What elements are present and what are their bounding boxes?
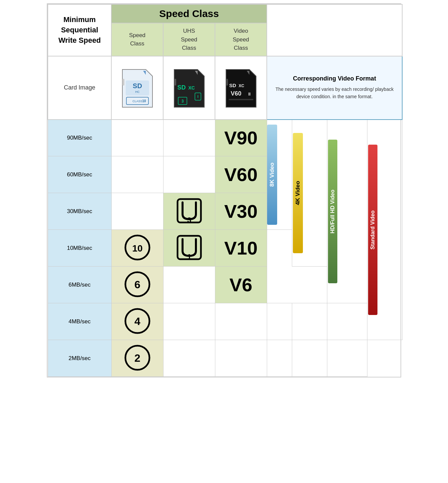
sc-c2-cell: 2 [111,340,163,377]
video-speed-class-sub: VideoSpeedClass [215,23,267,56]
sc-c4-cell: 4 [111,303,163,340]
svg-text:2: 2 [134,352,140,364]
u3-symbol-svg: 3 [176,197,203,224]
svg-rect-17 [226,79,228,86]
v30-symbol: V30 [224,201,258,222]
vsc-v10: V10 [215,230,267,267]
header-row-1: MinimumSequentialWrite Speed Speed Class [48,4,402,23]
hd-video-text: HD/Full HD Video [330,189,336,233]
uhs-speed-class-sub: UHSSpeedClass [163,23,215,56]
video-format-desc: The necessary speed varies by each recor… [272,86,397,101]
speed-6-label: 6MB/sec [69,282,91,288]
speed-90-label: 90MB/sec [67,135,92,141]
speed-90: 90MB/sec [48,120,111,156]
svg-text:3: 3 [187,216,191,224]
video-speed-class-sub-label: VideoSpeedClass [233,28,249,51]
video-format-cell: Corresponding Video Format The necessary… [267,56,402,120]
svg-text:I: I [197,95,198,99]
speed-2: 2MB/sec [48,340,111,377]
c2-symbol-svg: 2 [124,344,151,371]
uhs-60-empty [163,156,215,193]
col7-4mb [327,303,367,340]
svg-rect-22 [229,99,253,100]
sc-90-empty [111,120,163,156]
8k-video-text: 8K Video [269,163,275,187]
uhs-speed-class-sub-label: UHSSpeedClass [181,28,197,51]
video-format-box: Corresponding Video Format The necessary… [272,75,397,101]
min-write-header: MinimumSequentialWrite Speed [48,4,111,56]
sc-30-empty [111,193,163,230]
vsc-2-empty [215,340,267,377]
col5-2mb [267,340,292,377]
speed-class-sub-label: SpeedClass [129,32,145,47]
8k-video-label: 8K Video [267,125,277,225]
speed-30-label: 30MB/sec [67,208,92,214]
row-4mb: 4MB/sec 4 [48,303,402,340]
u1-symbol-svg: 1 [176,234,203,261]
hd-video-cell: HD/Full HD Video [327,120,367,303]
speed-10-label: 10MB/sec [67,245,92,251]
uhs-4-empty [163,303,215,340]
c6-symbol-svg: 6 [124,271,151,298]
col5-4mb [267,303,292,340]
card-image-label-cell: Card Image [48,56,111,120]
std-video-text: Standard Video [370,210,376,249]
c10-symbol-svg: 10 [124,234,151,261]
video-format-title: Corresponding Video Format [272,75,397,82]
4k-video-cell: 4K Video [292,120,327,267]
svg-text:XC: XC [238,84,244,88]
svg-text:XC: XC [188,85,195,91]
uhs-6-empty [163,267,215,303]
v60-symbol: V60 [224,164,258,185]
svg-text:3: 3 [181,99,184,104]
vsc-v60: V60 [215,156,267,193]
speed-4: 4MB/sec [48,303,111,340]
svg-text:SD: SD [177,84,186,91]
speed-60-label: 60MB/sec [67,171,92,178]
sdxc-i-card-cell: SD XC I 3 [163,56,215,120]
min-write-label: MinimumSequentialWrite Speed [59,15,101,44]
4k-video-label: 4K Video [293,133,303,253]
uhs-u1-cell: 1 [163,230,215,267]
sc-c6-cell: 6 [111,267,163,303]
sc-60-empty [111,156,163,193]
speed-4-label: 4MB/sec [69,318,91,325]
svg-text:SD: SD [133,82,142,90]
speed-60: 60MB/sec [48,156,111,193]
card-image-label: Card Image [64,84,95,91]
vsc-4-empty [215,303,267,340]
speed-2-label: 2MB/sec [69,355,91,361]
svg-text:10: 10 [142,99,146,103]
sdhc-card-cell: SD HC CLASS 10 [111,56,163,120]
speed-class-header: Speed Class [111,4,267,23]
main-container: MinimumSequentialWrite Speed Speed Class… [47,3,401,377]
svg-text:V60: V60 [231,90,241,97]
v10-symbol: V10 [224,237,258,259]
col7-2mb [327,340,367,377]
sdxc-ii-card-cell: SD XC V60 II [215,56,267,120]
speed-class-table: MinimumSequentialWrite Speed Speed Class… [47,4,403,377]
svg-text:HC: HC [135,90,139,94]
sdxc-i-card-svg: SD XC I 3 [171,65,208,109]
uhs-u3-cell: 3 [163,193,215,230]
v6-symbol: V6 [229,274,252,295]
c4-symbol-svg: 4 [124,308,151,334]
v90-symbol: V90 [224,127,258,148]
svg-rect-0 [122,79,124,86]
empty-top-right [267,4,402,56]
svg-text:CLASS: CLASS [132,100,142,103]
svg-text:10: 10 [132,243,142,254]
uhs-90-empty [163,120,215,156]
svg-text:1: 1 [187,253,191,261]
speed-6: 6MB/sec [48,267,111,303]
sdhc-card-svg: SD HC CLASS 10 [119,65,156,109]
hd-video-label: HD/Full HD Video [328,140,337,283]
card-image-row: Card Image SD HC CLASS 10 [48,56,402,120]
col6-2mb [292,340,327,377]
4k-video-text: 4K Video [295,181,301,205]
speed-10: 10MB/sec [48,230,111,267]
speed-class-title: Speed Class [159,8,219,19]
uhs-2-empty [163,340,215,377]
speed-class-sub: SpeedClass [111,23,163,56]
col6-4mb [292,303,327,340]
